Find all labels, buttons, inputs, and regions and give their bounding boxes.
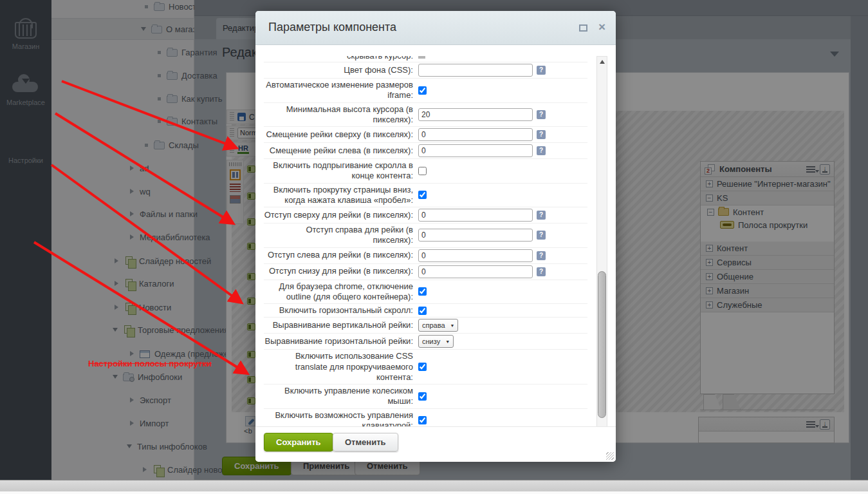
param-label: Цвет фона (CSS): (264, 65, 418, 75)
modal-scrollbar[interactable] (596, 56, 607, 437)
param-input[interactable] (418, 249, 533, 262)
param-label: Включить управление колесиком мыши: (264, 386, 418, 407)
param-label: Смещение рейки сверху (в пикселях): (264, 129, 418, 140)
modal-footer: Сохранить Отменить (255, 426, 616, 462)
param-checkbox[interactable] (418, 392, 427, 401)
param-row-mouse-wheel: Включить управление колесиком мыши: (264, 385, 587, 409)
param-checkbox[interactable] (418, 363, 427, 371)
close-icon[interactable]: × (598, 19, 605, 35)
modal-cancel-button[interactable]: Отменить (333, 433, 398, 451)
help-icon[interactable] (537, 110, 546, 119)
param-input[interactable] (418, 108, 533, 121)
param-input[interactable] (418, 144, 533, 157)
help-icon[interactable] (537, 66, 546, 75)
param-row-keyboard: Включить возможность управления клавиату… (264, 409, 587, 427)
param-label: Смещение рейки слева (в пикселях): (264, 146, 418, 156)
param-row-v-rail-align: Выравнивание вертикальной рейки: справа (264, 318, 587, 334)
help-icon[interactable] (537, 231, 546, 240)
param-label: Отступ сверху для рейки (в пикселях): (264, 210, 418, 220)
param-row-rail-offset-top: Смещение рейки сверху (в пикселях): 0 (264, 127, 587, 143)
param-row-hide-cursor-clipped: скрывать курсор: (264, 56, 587, 62)
param-label: Включить горизонтальный скролл: (264, 305, 418, 316)
modal-body: скрывать курсор: Цвет фона (CSS): (255, 45, 616, 426)
page-root: Магазин Marketplace Настройки Новости О … (0, 0, 868, 494)
param-label: Отступ справа для рейки (в пикселях): (264, 225, 418, 246)
param-checkbox[interactable] (418, 167, 427, 175)
param-label: Минимальная высота курсора (в пикселях): (264, 104, 418, 126)
status-footer (0, 480, 868, 494)
param-input[interactable] (418, 128, 533, 141)
clipped-checkbox (418, 56, 425, 59)
help-icon[interactable] (537, 146, 546, 155)
param-input[interactable] (418, 265, 533, 278)
help-icon[interactable] (537, 211, 546, 220)
param-checkbox[interactable] (418, 86, 427, 95)
param-row-chrome-outline: Для браузера chrome, отключение outline … (264, 280, 587, 305)
modal-title: Параметры компонента (268, 21, 396, 34)
param-row-color-fona: Цвет фона (CSS): (264, 62, 587, 79)
param-row-padding-top: Отступ сверху для рейки (в пикселях): 0 (264, 207, 587, 223)
param-label: Включить подпрыгивание скролла в конце к… (264, 160, 418, 182)
component-parameters-modal: Параметры компонента × скрывать курсор: (255, 11, 616, 462)
param-label: Выравнивание горизонтальной рейки: (264, 336, 418, 347)
param-label: Включить возможность управления клавиату… (264, 410, 418, 427)
resize-grip-icon[interactable] (606, 452, 614, 460)
param-row-css-translate: Включить использование CSS translate для… (264, 350, 587, 385)
param-label: Отступ снизу для рейки (в пикселях): (264, 266, 418, 276)
param-row-min-cursor-height: Минимальная высота курсора (в пикселях):… (264, 103, 587, 128)
help-icon[interactable] (537, 130, 546, 139)
param-checkbox[interactable] (418, 191, 427, 199)
param-row-space-scroll: Включить прокрутку страницы вниз, когда … (264, 184, 587, 208)
scrollbar-thumb[interactable] (598, 271, 606, 418)
param-label: Для браузера chrome, отключение outline … (264, 281, 418, 303)
param-row-padding-left: Отступ слева для рейки (в пикселях): 0 (264, 248, 587, 264)
param-row-padding-bottom: Отступ снизу для рейки (в пикселях): 0 (264, 264, 587, 280)
param-label: Отступ слева для рейки (в пикселях): (264, 250, 418, 260)
maximize-icon[interactable] (579, 24, 587, 32)
param-row-h-rail-align: Выравнивание горизонтальной рейки: снизу (264, 334, 587, 350)
param-checkbox[interactable] (418, 416, 427, 424)
param-label: Включить прокрутку страницы вниз, когда … (264, 185, 418, 206)
param-checkbox[interactable] (418, 287, 427, 296)
param-row-scroll-bounce: Включить подпрыгивание скролла в конце к… (264, 159, 587, 184)
param-label: Включить использование CSS translate для… (264, 351, 418, 383)
help-icon[interactable] (537, 251, 546, 260)
param-select[interactable]: справа (418, 319, 458, 332)
param-input[interactable] (418, 209, 533, 222)
param-label: скрывать курсор: (264, 56, 418, 61)
param-label: Выравнивание вертикальной рейки: (264, 320, 418, 330)
param-row-rail-offset-left: Смещение рейки слева (в пикселях): 0 (264, 143, 587, 159)
help-icon[interactable] (537, 267, 546, 276)
param-checkbox[interactable] (418, 307, 427, 315)
param-label: Автоматическое изменение размеров iframe… (264, 80, 418, 101)
param-row-horizontal-scroll: Включить горизонтальный скролл: (264, 304, 587, 318)
param-select[interactable]: снизу (418, 335, 454, 348)
param-input[interactable] (418, 229, 533, 242)
param-input[interactable] (418, 64, 533, 77)
modal-save-button[interactable]: Сохранить (264, 433, 333, 451)
param-row-padding-right: Отступ справа для рейки (в пикселях): 0 (264, 223, 587, 248)
param-row-iframe-autoresize: Автоматическое изменение размеров iframe… (264, 79, 587, 103)
modal-header[interactable]: Параметры компонента × (255, 11, 616, 45)
